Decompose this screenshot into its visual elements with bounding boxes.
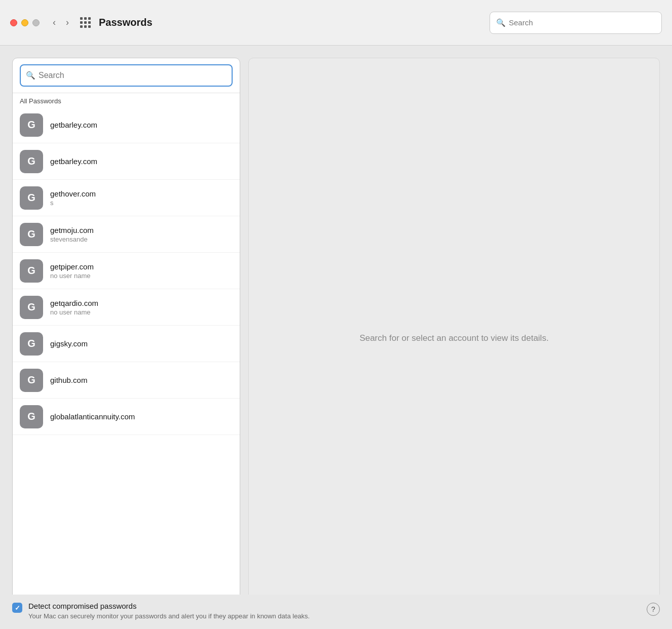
list-item[interactable]: Gglobalatlanticannuity.com [13,399,240,435]
back-button[interactable]: ‹ [50,15,59,30]
list-item[interactable]: Ggetqardio.comno user name [13,289,240,326]
site-name: gigsky.com [50,339,88,348]
detect-compromised-wrapper: ✓ Detect compromised passwords Your Mac … [12,602,641,620]
site-info: getpiper.comno user name [50,262,94,280]
minimize-button[interactable] [21,19,28,26]
site-name: github.com [50,376,87,384]
checkmark-icon: ✓ [15,604,20,612]
site-info: github.com [50,376,87,384]
list-item[interactable]: Ggetbarley.com [13,143,240,180]
site-icon: G [20,296,43,319]
site-name: getmoju.com [50,226,94,234]
site-icon: G [20,259,43,283]
list-item[interactable]: Ggetbarley.com [13,107,240,143]
site-username: stevensande [50,235,94,243]
list-item[interactable]: Ggetpiper.comno user name [13,253,240,289]
site-info: globalatlanticannuity.com [50,412,135,421]
detect-compromised-sublabel: Your Mac can securely monitor your passw… [28,612,310,620]
list-item[interactable]: Ggetmoju.comstevensande [13,216,240,253]
titlebar-search-container: 🔍 [490,12,662,34]
list-item[interactable]: Ggethover.coms [13,180,240,216]
list-search-container: 🔍 [13,58,240,93]
bottom-section: ✓ Detect compromised passwords Your Mac … [0,595,672,629]
list-search-icon: 🔍 [26,71,35,80]
list-search-input[interactable] [39,71,227,80]
site-name: getpiper.com [50,262,94,271]
site-name: getqardio.com [50,299,98,307]
password-list: Ggetbarley.comGgetbarley.comGgethover.co… [13,107,240,597]
site-icon: G [20,186,43,210]
site-info: gethover.coms [50,189,96,207]
titlebar-search-icon: 🔍 [496,18,506,27]
site-info: getbarley.com [50,157,97,166]
close-button[interactable] [10,19,17,26]
detect-compromised-label: Detect compromised passwords [28,602,310,610]
detect-compromised-text: Detect compromised passwords Your Mac ca… [28,602,310,620]
site-info: gigsky.com [50,339,88,348]
empty-state-message: Search for or select an account to view … [359,333,548,343]
list-search-inner: 🔍 [20,64,233,87]
zoom-button[interactable] [32,19,40,26]
right-panel: Search for or select an account to view … [248,58,660,619]
site-username: s [50,199,96,207]
site-info: getqardio.comno user name [50,299,98,316]
forward-button[interactable]: › [63,15,72,30]
titlebar-search-input[interactable] [509,18,655,27]
section-label: All Passwords [13,93,240,107]
main-content: 🔍 All Passwords Ggetbarley.comGgetbarley… [0,46,672,629]
site-icon: G [20,150,43,173]
site-icon: G [20,332,43,356]
site-info: getmoju.comstevensande [50,226,94,243]
site-icon: G [20,405,43,428]
site-icon: G [20,369,43,392]
site-username: no user name [50,272,94,280]
list-item[interactable]: Ggigsky.com [13,326,240,362]
site-name: gethover.com [50,189,96,198]
site-name: globalatlanticannuity.com [50,412,135,421]
detect-compromised-checkbox[interactable]: ✓ [12,603,22,613]
left-panel: 🔍 All Passwords Ggetbarley.comGgetbarley… [12,58,240,619]
site-username: no user name [50,308,98,316]
app-grid-icon[interactable] [80,17,91,28]
site-name: getbarley.com [50,157,97,166]
site-icon: G [20,223,43,246]
titlebar: ‹ › Passwords 🔍 [0,0,672,46]
help-button[interactable]: ? [647,603,660,616]
site-info: getbarley.com [50,121,97,129]
window-controls [10,19,40,26]
list-item[interactable]: Ggithub.com [13,362,240,399]
site-icon: G [20,113,43,137]
nav-buttons: ‹ › [50,15,72,30]
window-title: Passwords [99,17,153,28]
site-name: getbarley.com [50,121,97,129]
